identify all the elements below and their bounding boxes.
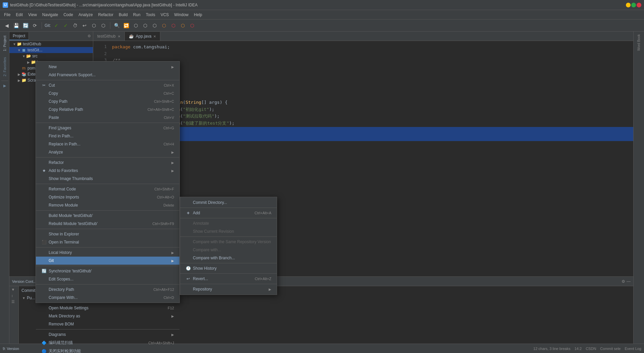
toolbar-recent[interactable]: ⟳: [31, 21, 39, 30]
git-revert[interactable]: ↩ Revert... Ctrl+Alt+Z: [180, 275, 277, 283]
ctx-code-scan[interactable]: 🔷 编码规范扫描 Ctrl+Alt+Shift+J: [36, 339, 179, 347]
ctx-edit-scopes[interactable]: Edit Scopes...: [36, 275, 179, 283]
ctx-copy-path[interactable]: Copy Path Ctrl+Shift+C: [36, 97, 179, 105]
toolbar-action4[interactable]: ⬡: [141, 21, 149, 30]
remove-module-shortcut: Delete: [163, 203, 174, 207]
framework-icon: [41, 72, 47, 78]
ctx-replace-path[interactable]: Replace in Path... Ctrl+H: [36, 140, 179, 148]
ctx-remove-module[interactable]: Remove Module Delete: [36, 201, 179, 209]
ctx-find-usages[interactable]: Find Usages Ctrl+G: [36, 124, 179, 132]
tab-close-testgithub[interactable]: ✕: [118, 35, 120, 38]
menu-navigate[interactable]: Navigate: [40, 11, 61, 18]
menu-edit[interactable]: Edit: [13, 11, 25, 18]
toolbar-save[interactable]: 💾: [12, 21, 20, 30]
menu-view[interactable]: View: [25, 11, 40, 18]
ctx-find-path[interactable]: Find in Path...: [36, 132, 179, 140]
ctx-module-settings[interactable]: Open Module Settings F12: [36, 304, 179, 312]
find-path-icon: [41, 133, 47, 139]
git-commit-dir[interactable]: Commit Directory...: [180, 198, 277, 207]
panel-settings[interactable]: ⚙: [86, 33, 93, 40]
sidebar-item-project[interactable]: 1: Project: [1, 33, 8, 54]
ctx-analyze[interactable]: Analyze ▶: [36, 148, 179, 156]
vc-sort[interactable]: ↕: [11, 294, 17, 299]
vc-group[interactable]: ☰: [11, 300, 17, 305]
ctx-remove-bom[interactable]: Remove BOM: [36, 320, 179, 328]
ctx-new[interactable]: New ▶: [36, 63, 179, 71]
ctx-open-terminal[interactable]: ⬛ Open in Terminal: [36, 238, 179, 246]
toolbar-search[interactable]: 🔍: [113, 21, 121, 30]
menu-run[interactable]: Run: [130, 11, 143, 18]
ctx-diagrams[interactable]: Diagrams ▶: [36, 330, 179, 339]
project-tab[interactable]: Project: [9, 32, 29, 40]
ctx-refactor[interactable]: Refactor ▶: [36, 159, 179, 167]
git-show-history[interactable]: 🕐 Show History: [180, 264, 277, 272]
scopes-icon: [41, 276, 47, 282]
ctx-optimize[interactable]: Optimize Imports Ctrl+Alt+O: [36, 193, 179, 201]
ctx-add-framework[interactable]: Add Framework Support...: [36, 71, 179, 79]
ctx-add-favorites[interactable]: ★ Add to Favorites ▶: [36, 167, 179, 175]
tab-close-appjava[interactable]: ✕: [153, 35, 156, 38]
ctx-copy[interactable]: Copy Ctrl+C: [36, 89, 179, 97]
toolbar-undo[interactable]: ↩: [80, 21, 89, 30]
event-log-btn[interactable]: Event Log: [625, 347, 641, 351]
toolbar-git-check1[interactable]: ✓: [52, 21, 60, 30]
ctx-copy-rel[interactable]: Copy Relative Path Ctrl+Alt+Shift+C: [36, 105, 179, 114]
toolbar-history[interactable]: ⏱: [71, 21, 79, 30]
tree-root[interactable]: ▼ 📁 testGithub: [9, 41, 93, 47]
menu-build[interactable]: Build: [116, 11, 130, 18]
sidebar-item-favorites[interactable]: 2: Favorites: [1, 54, 8, 79]
ctx-reformat[interactable]: Reformat Code Ctrl+Shift+F: [36, 185, 179, 193]
ctx-sync[interactable]: 🔄 Synchronize 'testGithub': [36, 267, 179, 275]
menu-window[interactable]: Window: [171, 11, 191, 18]
ctx-build-module[interactable]: Build Module 'testGithub': [36, 212, 179, 220]
toolbar-refresh[interactable]: 🔄: [21, 21, 30, 30]
toolbar-action3[interactable]: ⬡: [132, 21, 140, 30]
menu-help[interactable]: Help: [191, 11, 205, 18]
tree-item-module[interactable]: ▼ ◼ testGit...: [9, 47, 93, 53]
toolbar-action6[interactable]: ⬡: [160, 21, 168, 30]
menu-tools[interactable]: Tools: [143, 11, 158, 18]
toolbar-git-check2[interactable]: ✓: [62, 21, 70, 30]
ctx-local-history[interactable]: Local History ▶: [36, 249, 179, 257]
menu-file[interactable]: File: [1, 11, 13, 18]
git-compare-branch[interactable]: Compare with Branch...: [180, 254, 277, 262]
vc-filter[interactable]: ▼: [11, 288, 17, 293]
menu-code[interactable]: Code: [61, 11, 76, 18]
ctx-show-explorer[interactable]: Show in Explorer: [36, 230, 179, 238]
git-repository[interactable]: Repository ▶: [180, 285, 277, 293]
vc-settings[interactable]: ⚙: [622, 279, 625, 284]
toolbar-action8[interactable]: ⬡: [179, 21, 187, 30]
toolbar-action5[interactable]: ⬡: [151, 21, 159, 30]
menu-refactor[interactable]: Refactor: [96, 11, 116, 18]
toolbar-back[interactable]: ◀: [3, 21, 11, 30]
ctx-cut[interactable]: ✂ Cut Ctrl+X: [36, 81, 179, 89]
ctx-show-thumbnails[interactable]: Show Image Thumbnails: [36, 175, 179, 183]
version-control-tab[interactable]: 9: Version: [3, 347, 19, 351]
tab-testgithub[interactable]: testGithub ✕: [93, 32, 125, 41]
toolbar-replace[interactable]: 🔁: [122, 21, 130, 30]
ctx-git[interactable]: Git ▶: [36, 257, 179, 265]
copy-path-shortcut: Ctrl+Shift+C: [154, 99, 174, 103]
ctx-dir-path[interactable]: Directory Path Ctrl+Alt+F12: [36, 285, 179, 294]
ctx-rebuild-module[interactable]: Rebuild Module 'testGithub' Ctrl+Shift+F…: [36, 220, 179, 228]
toolbar-action7[interactable]: ⬡: [169, 21, 177, 30]
ctx-paste[interactable]: Paste Ctrl+V: [36, 114, 179, 122]
ctx-close-detect[interactable]: 🔵 关闭实时检测功能: [36, 347, 179, 353]
toolbar-git-action1[interactable]: ⬡: [90, 21, 98, 30]
word-book-panel[interactable]: Word Book: [636, 33, 642, 52]
ctx-mark-dir[interactable]: Mark Directory as ▶: [36, 312, 179, 320]
sidebar-item-structure[interactable]: ▶: [2, 82, 7, 89]
diagrams-arrow: ▶: [171, 333, 174, 337]
ctx-compare[interactable]: Compare With... Ctrl+D: [36, 294, 179, 302]
git-add[interactable]: + Add Ctrl+Alt+A: [180, 209, 277, 217]
close-button[interactable]: [637, 3, 641, 7]
toolbar-action9[interactable]: ⬡: [188, 21, 196, 30]
toolbar-git-action2[interactable]: ⬡: [99, 21, 107, 30]
maximize-button[interactable]: [631, 3, 636, 7]
tab-appjava[interactable]: ☕ App.java ✕: [125, 32, 161, 41]
menu-analyze[interactable]: Analyze: [76, 11, 96, 18]
tree-item-src[interactable]: ▼ 📂 src: [9, 53, 93, 59]
minimize-button[interactable]: [626, 3, 631, 7]
menu-vcs[interactable]: VCS: [158, 11, 172, 18]
vc-minimize[interactable]: —: [627, 279, 631, 284]
